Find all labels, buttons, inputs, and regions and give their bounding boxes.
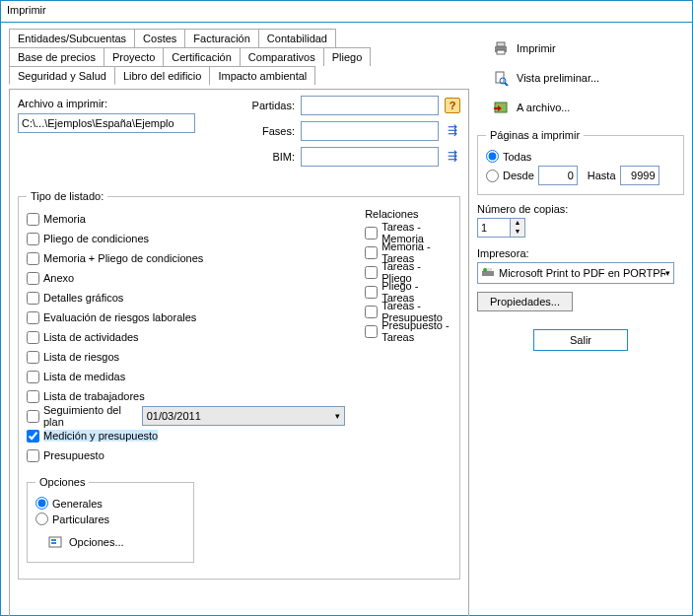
print-action[interactable]: Imprimir [493,40,684,56]
checkbox-lista-de-trabajadores[interactable] [27,390,39,403]
tab-base-de-precios[interactable]: Base de precios [9,47,104,66]
list-select-icon[interactable]: ⇶ [445,123,460,139]
fases-input[interactable] [301,121,439,141]
radio-generales[interactable] [35,497,48,510]
relaciones-legend: Relaciones [365,208,451,220]
checkbox-detalles-gr-ficos[interactable] [27,292,39,305]
partidas-label: Partidas: [245,100,295,111]
checkbox-label: Anexo [43,272,74,284]
svg-rect-10 [482,271,494,276]
checkbox-label: Lista de trabajadores [43,390,145,402]
desde-input[interactable] [538,166,578,185]
copias-label: Número de copias: [477,203,684,215]
tab-certificaci-n[interactable]: Certificación [163,47,241,66]
checkbox-seguimiento-del-plan[interactable] [27,410,39,423]
tab-libro-del-edificio[interactable]: Libro del edificio [114,66,211,85]
radio-todas[interactable] [486,150,499,163]
tab-entidades-subcuentas[interactable]: Entidades/Subcuentas [9,29,135,47]
tofile-action[interactable]: A archivo... [493,100,684,115]
tab-panel: Partidas: ? Fases: ⇶ BIM: ⇶ [9,89,469,616]
bim-label: BIM: [245,151,295,163]
partidas-input[interactable] [301,96,439,115]
spin-down[interactable]: ▼ [511,228,524,237]
checkbox-tareas-memoria[interactable] [365,227,378,240]
tab-facturaci-n[interactable]: Facturación [184,29,258,47]
tab-impacto-ambiental[interactable]: Impacto ambiental [209,66,315,85]
tab-seguridad-y-salud[interactable]: Seguridad y Salud [9,66,115,85]
opciones-legend: Opciones [35,476,89,488]
printer-icon [493,40,509,56]
checkbox-presupuesto[interactable] [27,449,39,462]
checkbox-medici-n-y-presupuesto[interactable] [27,430,39,443]
printer-small-icon [481,265,495,281]
printer-select[interactable]: Microsoft Print to PDF en PORTPROMP ▾ [477,262,674,284]
options-icon [47,534,63,550]
checkbox-label: Detalles gráficos [43,292,123,304]
checkbox-label: Lista de medidas [43,371,125,382]
tipo-listado-group: Tipo de listado: MemoriaPliego de condic… [18,190,460,580]
desde-label: Desde [503,170,534,181]
file-label: Archivo a imprimir: [18,98,107,109]
checkbox-label: Presupuesto [43,449,104,461]
checkbox-lista-de-riesgos[interactable] [27,351,39,364]
checkbox-label: Medición y presupuesto [43,430,158,442]
radio-particulares[interactable] [35,513,48,525]
todas-label: Todas [503,151,531,163]
radio-desde[interactable] [486,170,499,182]
window-title: Imprimir [1,1,692,23]
checkbox-label: Lista de riesgos [43,351,119,363]
tofile-label: A archivo... [517,102,570,113]
checkbox-pliego-de-condiciones[interactable] [27,233,39,245]
tipo-legend: Tipo de listado: [27,190,107,202]
checkbox-label: Seguimiento del plan [43,404,132,428]
spin-up[interactable]: ▲ [511,219,524,228]
opciones-button[interactable]: Opciones... [47,534,124,550]
printer-value: Microsoft Print to PDF en PORTPROMP [499,267,665,279]
tab-costes[interactable]: Costes [134,29,185,47]
tab-contabilidad[interactable]: Contabilidad [258,29,336,47]
checkbox-presupuesto-tareas[interactable] [365,325,378,338]
checkbox-tareas-presupuesto[interactable] [365,306,378,318]
fases-label: Fases: [245,125,295,137]
preview-icon [493,70,509,86]
copias-input[interactable] [477,218,511,238]
chevron-down-icon: ▾ [665,268,670,278]
checkbox-lista-de-actividades[interactable] [27,331,39,344]
hasta-input[interactable] [620,166,659,185]
tab-strip: Entidades/SubcuentasCostesFacturaciónCon… [9,29,469,85]
generales-label: Generales [52,498,103,510]
preview-action[interactable]: Vista preliminar... [493,70,684,86]
checkbox-anexo[interactable] [27,272,39,285]
checkbox-memoria[interactable] [27,213,39,226]
particulares-label: Particulares [52,513,109,525]
checkbox-label: Memoria + Pliego de condiciones [43,252,203,264]
help-icon[interactable]: ? [445,98,460,113]
svg-line-8 [505,83,508,86]
svg-point-12 [483,268,487,272]
svg-rect-1 [51,539,56,541]
checkbox-label: Memoria [43,213,86,225]
checkbox-lista-de-medidas[interactable] [27,371,39,383]
bim-input[interactable] [301,147,439,167]
checkbox-label: Lista de actividades [43,331,139,343]
checkbox-label: Evaluación de riesgos laborales [43,311,196,323]
tab-proyecto[interactable]: Proyecto [104,47,164,66]
checkbox-memoria-tareas[interactable] [365,246,378,259]
propiedades-button[interactable]: Propiedades... [477,292,573,311]
checkbox-evaluaci-n-de-riesgos-laborales[interactable] [27,311,39,324]
tab-comparativos[interactable]: Comparativos [240,47,324,66]
svg-rect-2 [51,542,56,544]
checkbox-pliego-tareas[interactable] [365,286,378,299]
plan-date-select[interactable]: 01/03/2011▾ [142,406,345,426]
impresora-label: Impresora: [477,247,684,259]
tab-pliego[interactable]: Pliego [323,47,372,66]
checkbox-memoria-pliego-de-condiciones[interactable] [27,252,39,265]
paginas-legend: Páginas a imprimir [486,129,584,141]
checkbox-tareas-pliego[interactable] [365,266,378,279]
salir-button[interactable]: Salir [533,329,628,351]
file-path-input[interactable] [18,113,195,133]
checkbox-label: Pliego de condiciones [43,233,149,244]
print-label: Imprimir [517,42,556,54]
list-select-icon[interactable]: ⇶ [445,149,460,165]
preview-label: Vista preliminar... [517,72,599,84]
